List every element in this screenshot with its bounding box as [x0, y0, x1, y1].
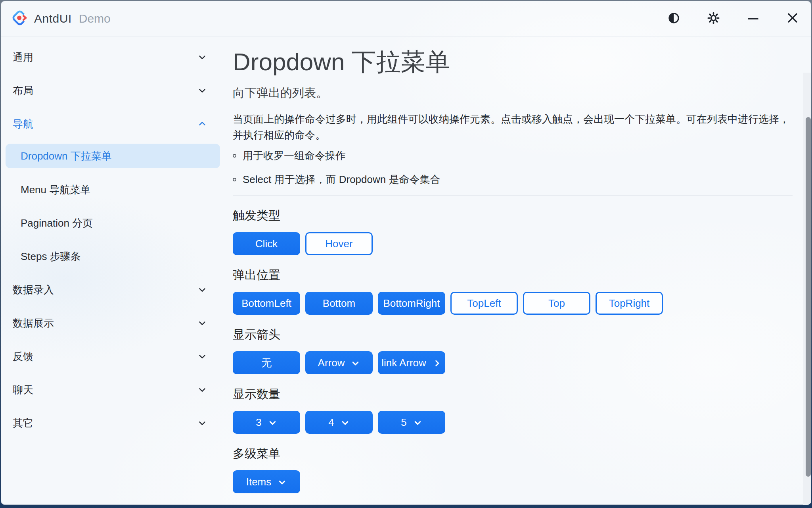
select-value: 5 [401, 416, 406, 429]
close-icon [787, 12, 799, 25]
chevron-down-icon [197, 85, 207, 96]
arrow-dropdown-button[interactable]: Arrow [305, 351, 373, 374]
app-window: AntdUI Demo [1, 1, 811, 505]
chevron-down-icon [341, 418, 350, 427]
trigger-hover-button[interactable]: Hover [305, 232, 373, 255]
section-heading-multilevel-menu: 多级菜单 [233, 445, 793, 462]
circle-bullet-icon [233, 178, 236, 181]
sidebar: 通用 布局 导航 [1, 37, 225, 505]
select-value: 4 [328, 416, 334, 429]
trigger-click-button[interactable]: Click [233, 232, 300, 255]
scrollbar-thumb[interactable] [806, 117, 811, 477]
placement-bottom-button[interactable]: Bottom [305, 292, 373, 315]
window-controls [665, 1, 801, 37]
sidebar-group-layout[interactable]: 布局 [1, 74, 225, 107]
chevron-down-icon [197, 418, 207, 428]
multilevel-select-row: Items [233, 470, 793, 493]
chevron-down-icon [197, 318, 207, 328]
placement-button-row: BottomLeft Bottom BottomRight TopLeft To [233, 292, 793, 315]
section-heading-icon-menu: 图标菜单 [233, 504, 793, 505]
list-item: Select 用于选择，而 Dropdown 是命令集合 [233, 171, 793, 187]
select-value: Items [246, 476, 272, 488]
chevron-down-icon [197, 385, 207, 395]
button-label: Bottom [323, 297, 355, 310]
minimize-icon [748, 18, 758, 19]
sidebar-group-data-entry[interactable]: 数据录入 [1, 273, 225, 306]
sidebar-group-label: 数据展示 [13, 316, 54, 330]
count-select-5[interactable]: 5 [378, 411, 445, 434]
settings-button[interactable] [705, 10, 722, 27]
button-label: link Arrow [381, 357, 426, 369]
chevron-down-icon [197, 351, 207, 362]
arrow-none-button[interactable]: 无 [233, 351, 300, 374]
sidebar-group-chat[interactable]: 聊天 [1, 373, 225, 406]
placement-topleft-button[interactable]: TopLeft [450, 292, 518, 315]
scrollbar-track [803, 73, 811, 505]
chevron-down-icon [413, 418, 422, 427]
page-subtitle: 向下弹出的列表。 [233, 85, 793, 101]
sidebar-item-label: Pagination 分页 [21, 216, 93, 230]
sidebar-item-pagination[interactable]: Pagination 分页 [1, 206, 225, 240]
chevron-right-icon [433, 359, 442, 368]
sidebar-group-label: 布局 [13, 84, 33, 98]
placement-top-button[interactable]: Top [523, 292, 590, 315]
sidebar-group-label: 通用 [13, 50, 33, 64]
list-item: 用于收罗一组命令操作 [233, 148, 793, 164]
bullet-list: 用于收罗一组命令操作 Select 用于选择，而 Dropdown 是命令集合 [233, 148, 793, 187]
theme-toggle-button[interactable] [665, 10, 682, 27]
section-heading-show-arrow: 显示箭头 [233, 326, 793, 343]
chevron-down-icon [351, 359, 360, 368]
sidebar-group-label: 导航 [13, 117, 33, 131]
sidebar-group-general[interactable]: 通用 [1, 40, 225, 74]
placement-bottomleft-button[interactable]: BottomLeft [233, 292, 300, 315]
app-title-suffix: Demo [79, 12, 111, 25]
sidebar-item-label: Dropdown 下拉菜单 [21, 149, 112, 163]
placement-topright-button[interactable]: TopRight [596, 292, 663, 315]
section-heading-placement: 弹出位置 [233, 266, 793, 284]
count-select-3[interactable]: 3 [233, 411, 300, 434]
bullet-text: Select 用于选择，而 Dropdown 是命令集合 [243, 173, 440, 187]
sidebar-subnav-navigation: Dropdown 下拉菜单 Menu 导航菜单 Pagination 分页 St… [1, 144, 225, 273]
button-label: Click [255, 238, 278, 250]
circle-bullet-icon [233, 154, 236, 158]
bullet-text: 用于收罗一组命令操作 [243, 149, 346, 163]
button-label: Hover [325, 238, 352, 250]
sidebar-group-label: 反馈 [13, 350, 33, 364]
sidebar-group-other[interactable]: 其它 [1, 406, 225, 440]
button-label: 无 [261, 356, 272, 370]
arrow-button-row: 无 Arrow link Arrow [233, 351, 793, 374]
sidebar-item-steps[interactable]: Steps 步骤条 [1, 240, 225, 273]
sidebar-group-label: 数据录入 [13, 283, 54, 297]
sidebar-item-dropdown-selected[interactable]: Dropdown 下拉菜单 [6, 144, 220, 168]
chevron-down-icon [197, 52, 207, 62]
trigger-button-row: Click Hover [233, 232, 793, 255]
sidebar-group-data-display[interactable]: 数据展示 [1, 306, 225, 340]
app-title: AntdUI [34, 12, 72, 25]
half-circle-theme-icon [668, 12, 680, 26]
sidebar-group-label: 其它 [13, 416, 33, 430]
count-select-4[interactable]: 4 [305, 411, 373, 434]
select-value: 3 [256, 416, 261, 429]
button-label: BottomRight [383, 297, 440, 310]
app-brand: AntdUI Demo [11, 9, 111, 28]
sidebar-group-navigation[interactable]: 导航 [1, 107, 225, 140]
sidebar-group-feedback[interactable]: 反馈 [1, 340, 225, 373]
button-label: BottomLeft [241, 297, 291, 310]
multilevel-items-select[interactable]: Items [233, 470, 300, 493]
sidebar-item-menu[interactable]: Menu 导航菜单 [1, 173, 225, 206]
minimize-button[interactable] [744, 10, 762, 27]
chevron-down-icon [278, 478, 287, 487]
count-select-row: 3 4 5 [233, 411, 793, 434]
page-title: Dropdown 下拉菜单 [233, 48, 793, 76]
arrow-link-button[interactable]: link Arrow [378, 351, 445, 374]
page-description: 当页面上的操作命令过多时，用此组件可以收纳操作元素。点击或移入触点，会出现一个下… [233, 111, 793, 143]
app-logo-icon [11, 9, 29, 28]
button-label: Arrow [318, 357, 345, 369]
sidebar-item-label: Steps 步骤条 [21, 250, 81, 264]
section-heading-trigger-type: 触发类型 [233, 207, 793, 224]
button-label: TopRight [609, 297, 650, 310]
divider [233, 195, 793, 196]
close-button[interactable] [784, 10, 801, 27]
placement-bottomright-button[interactable]: BottomRight [378, 292, 445, 315]
button-label: TopLeft [467, 297, 501, 310]
